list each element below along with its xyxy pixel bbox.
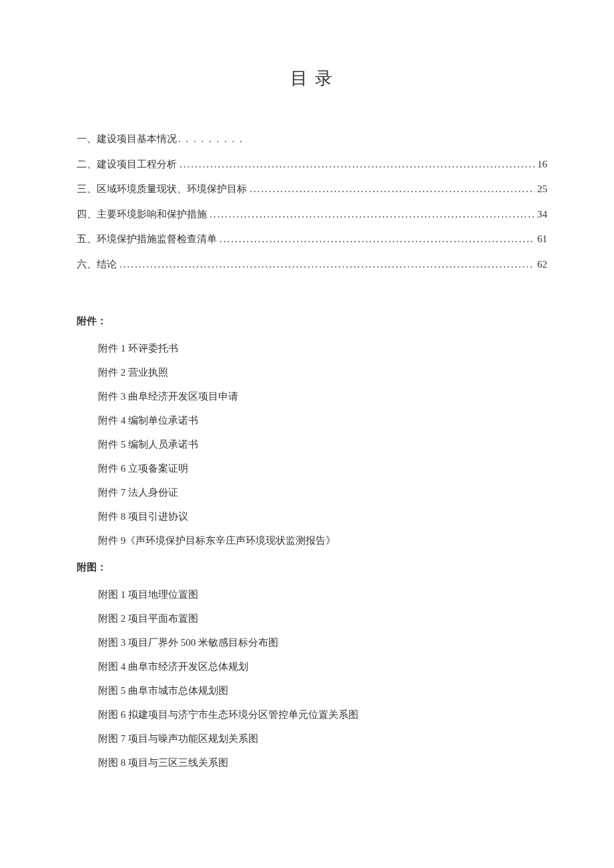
list-item: 附图 5 曲阜市城市总体规划图	[98, 679, 547, 703]
attachments-heading: 附件：	[77, 310, 547, 332]
list-item: 附图 4 曲阜市经济开发区总体规划	[98, 655, 547, 679]
toc-label: 三、区域环境质量现状、环境保护目标	[77, 177, 247, 202]
toc-page: 34	[537, 202, 547, 228]
toc-label: 四、主要环境影响和保护措施	[77, 202, 207, 228]
list-item: 附图 3 项目厂界外 500 米敏感目标分布图	[98, 630, 547, 655]
toc-dots	[210, 202, 535, 228]
figures-heading: 附图：	[77, 556, 547, 578]
list-item: 附件 1 环评委托书	[98, 336, 547, 360]
figures-list: 附图 1 项目地理位置图 附图 2 项目平面布置图 附图 3 项目厂界外 500…	[77, 582, 547, 775]
toc-dots	[119, 252, 535, 278]
toc-dots	[180, 152, 535, 177]
list-item: 附图 1 项目地理位置图	[98, 582, 547, 606]
toc-page: 25	[537, 177, 547, 202]
page-title: 目 录	[77, 67, 547, 90]
list-item: 附图 8 项目与三区三线关系图	[98, 751, 547, 775]
toc-entry: 三、区域环境质量现状、环境保护目标 25	[77, 177, 547, 202]
toc-entry: 二、建设项目工程分析 16	[77, 152, 547, 177]
list-item: 附件 6 立项备案证明	[98, 456, 547, 480]
list-item: 附件 3 曲阜经济开发区项目申请	[98, 384, 547, 408]
toc-label: 二、建设项目工程分析	[77, 152, 177, 177]
toc-page: 16	[537, 152, 547, 177]
list-item: 附件 8 项目引进协议	[98, 504, 547, 528]
list-item: 附件 5 编制人员承诺书	[98, 432, 547, 456]
toc-label: 六、结论	[77, 252, 117, 278]
toc-page: 62	[537, 252, 547, 278]
toc-label: 五、环境保护措施监督检查清单	[77, 227, 217, 252]
list-item: 附图 2 项目平面布置图	[98, 606, 547, 630]
toc-dots	[250, 177, 535, 202]
list-item: 附图 6 拟建项目与济宁市生态环境分区管控单元位置关系图	[98, 703, 547, 727]
toc-entry: 一、建设项目基本情况 . . . . . . . . .	[77, 127, 547, 152]
toc-entry: 五、环境保护措施监督检查清单 61	[77, 227, 547, 252]
toc-entry: 四、主要环境影响和保护措施 34	[77, 202, 547, 228]
toc-entry: 六、结论 62	[77, 252, 547, 278]
list-item: 附图 7 项目与噪声功能区规划关系图	[98, 727, 547, 751]
list-item: 附件 9《声环境保护目标东辛庄声环境现状监测报告》	[98, 528, 547, 552]
toc-label: 一、建设项目基本情况	[77, 127, 177, 152]
list-item: 附件 4 编制单位承诺书	[98, 408, 547, 432]
toc-page: 61	[537, 227, 547, 252]
table-of-contents: 一、建设项目基本情况 . . . . . . . . . 二、建设项目工程分析 …	[77, 127, 547, 277]
attachments-list: 附件 1 环评委托书 附件 2 营业执照 附件 3 曲阜经济开发区项目申请 附件…	[77, 336, 547, 552]
list-item: 附件 7 法人身份证	[98, 480, 547, 504]
toc-dots	[220, 227, 535, 252]
list-item: 附件 2 营业执照	[98, 360, 547, 384]
toc-dots: . . . . . . . . .	[178, 127, 244, 152]
